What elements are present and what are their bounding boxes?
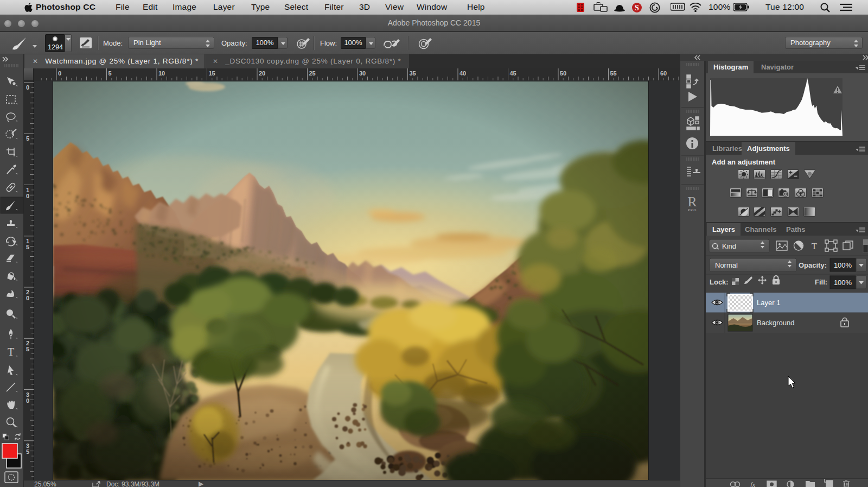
svg-text:Layer 1: Layer 1 <box>757 299 780 307</box>
svg-text:60: 60 <box>660 70 667 77</box>
svg-text:fx: fx <box>750 480 756 487</box>
svg-text:S: S <box>635 4 639 12</box>
svg-text:R: R <box>687 194 697 210</box>
svg-text:0: 0 <box>58 70 61 77</box>
svg-text:30: 30 <box>359 70 366 77</box>
svg-text:0: 0 <box>26 295 29 301</box>
svg-text:PRO: PRO <box>688 208 697 212</box>
svg-text:25: 25 <box>309 70 316 77</box>
svg-text:100%: 100% <box>834 261 852 269</box>
svg-text:20: 20 <box>259 70 265 77</box>
svg-text:45: 45 <box>510 70 516 77</box>
svg-text:Lock:: Lock: <box>710 278 729 286</box>
svg-text:Fill:: Fill: <box>815 278 827 286</box>
svg-text:10: 10 <box>158 70 165 77</box>
svg-text:T: T <box>812 241 818 251</box>
svg-text:0: 0 <box>26 84 29 91</box>
svg-text:55: 55 <box>610 70 617 77</box>
svg-text:T: T <box>8 346 14 358</box>
svg-text:35: 35 <box>410 70 416 77</box>
svg-text:0: 0 <box>26 193 29 199</box>
svg-text:15: 15 <box>209 70 215 77</box>
svg-text:Normal: Normal <box>715 261 738 269</box>
svg-text:100%: 100% <box>834 279 852 287</box>
svg-text:40: 40 <box>459 70 466 77</box>
svg-text:Kind: Kind <box>722 242 736 250</box>
svg-text:0: 0 <box>26 397 29 404</box>
svg-text:5: 5 <box>26 135 29 142</box>
svg-text:5: 5 <box>108 70 112 77</box>
svg-text:5: 5 <box>26 346 29 352</box>
svg-text:Opacity:: Opacity: <box>799 261 827 269</box>
svg-text:5: 5 <box>26 244 29 250</box>
svg-text:50: 50 <box>560 70 566 77</box>
svg-text:Background: Background <box>757 319 794 327</box>
svg-text:5: 5 <box>26 448 29 455</box>
